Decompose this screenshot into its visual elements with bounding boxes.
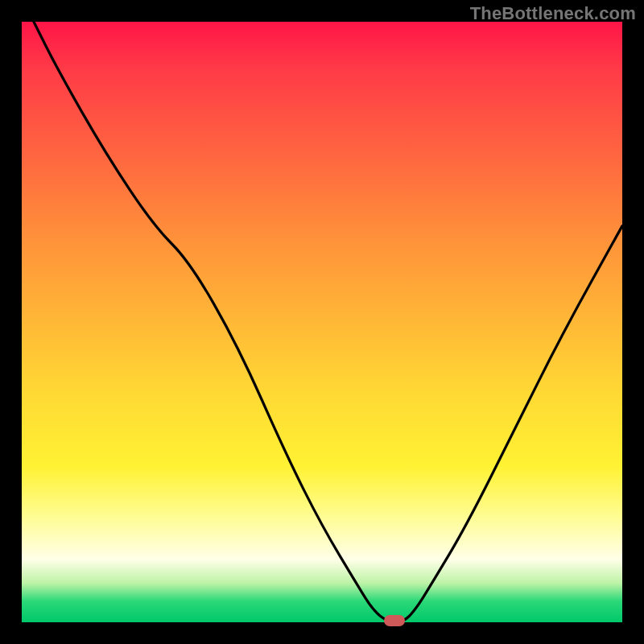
chart-frame: TheBottleneck.com (0, 0, 644, 644)
bottleneck-curve (22, 22, 622, 622)
plot-area (22, 22, 622, 622)
optimal-point-marker (384, 615, 405, 626)
bottleneck-curve-path (34, 22, 622, 622)
